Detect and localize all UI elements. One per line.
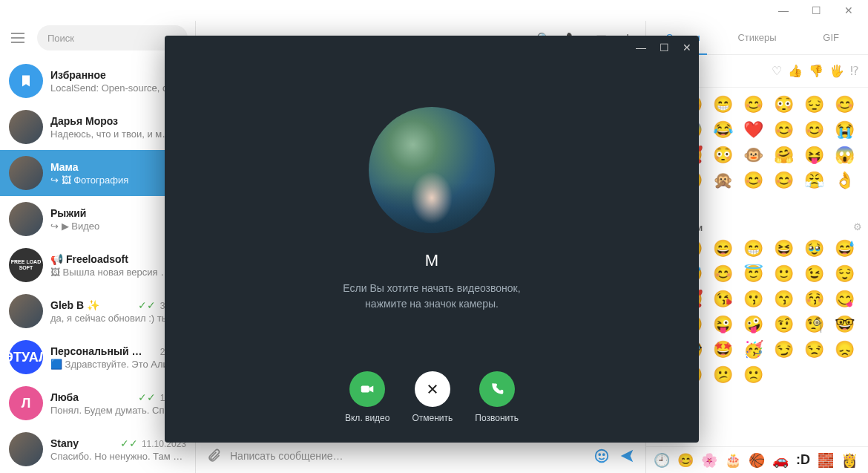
- window-maximize-button[interactable]: ☐: [801, 2, 831, 19]
- reaction-questionmark-icon[interactable]: ⁉: [850, 64, 859, 78]
- emoji-item[interactable]: 😆: [774, 239, 794, 258]
- emoji-item[interactable]: 😱: [835, 146, 855, 165]
- video-icon: [349, 371, 385, 407]
- tab-gif[interactable]: GIF: [794, 21, 868, 54]
- emoji-item[interactable]: 😅: [835, 239, 855, 258]
- emoji-item[interactable]: 😗: [743, 290, 763, 309]
- emoji-item[interactable]: 😚: [804, 290, 824, 309]
- emoji-item[interactable]: 😊: [804, 120, 824, 140]
- chat-item-preview: Спасибо. Но ненужно. Там н…: [50, 451, 186, 462]
- emoji-item[interactable]: ❤️: [743, 120, 763, 140]
- emoji-item[interactable]: 😜: [713, 315, 733, 334]
- emoji-item[interactable]: 😞: [835, 340, 855, 359]
- reaction-wave-icon[interactable]: 🖐: [829, 64, 844, 78]
- emoji-item[interactable]: 🙁: [743, 365, 763, 385]
- emoji-item[interactable]: 😋: [835, 290, 855, 309]
- call-contact-name: М: [425, 251, 438, 270]
- chat-item-name: Мама: [50, 161, 79, 173]
- emoji-item[interactable]: 😁: [743, 239, 763, 258]
- emoji-item[interactable]: 🤨: [774, 315, 794, 334]
- call-hint: Если Вы хотите начать видеозвонок, нажми…: [343, 281, 520, 312]
- emoji-item[interactable]: 🤓: [835, 315, 855, 334]
- emoji-item[interactable]: 😊: [713, 264, 733, 284]
- emoji-item[interactable]: 🤪: [743, 315, 763, 334]
- emoji-item[interactable]: 😊: [835, 95, 855, 114]
- reaction-heart-icon[interactable]: ♡: [772, 64, 782, 78]
- window-minimize-button[interactable]: —: [769, 2, 798, 19]
- chat-item-name: Дарья Мороз: [50, 115, 118, 127]
- emoji-item[interactable]: 😔: [804, 95, 824, 114]
- chat-item-name: Рыжий: [50, 207, 86, 219]
- emoji-item[interactable]: 😌: [835, 264, 855, 284]
- svg-rect-3: [361, 385, 369, 392]
- flags-category-icon[interactable]: 👸: [841, 452, 858, 469]
- recent-category-icon[interactable]: 🕘: [654, 452, 670, 469]
- emoji-category-bar: 🕘 😊 🌸 🎂 🏀 🚗 :D 🧱 👸: [646, 446, 868, 473]
- send-button[interactable]: [619, 448, 635, 464]
- start-call-button[interactable]: Позвонить: [475, 371, 519, 423]
- avatar: [9, 156, 43, 190]
- chat-item-name: Люба: [50, 391, 79, 403]
- emoji-item[interactable]: 🐵: [743, 146, 763, 165]
- avatar: [9, 202, 43, 236]
- window-close-button[interactable]: ✕: [834, 2, 864, 19]
- emoji-item[interactable]: 🥳: [743, 340, 763, 359]
- emoji-item[interactable]: 😳: [774, 95, 794, 114]
- avatar: [9, 110, 43, 144]
- emoji-item[interactable]: 😊: [774, 171, 794, 190]
- emoji-item[interactable]: 😄: [713, 239, 733, 258]
- emoji-item[interactable]: 😭: [835, 120, 855, 140]
- emoji-item[interactable]: 😒: [804, 340, 824, 359]
- call-avatar: [369, 107, 495, 233]
- food-category-icon[interactable]: 🎂: [725, 452, 741, 469]
- emoji-item[interactable]: 😉: [804, 264, 824, 284]
- activity-category-icon[interactable]: 🏀: [749, 452, 765, 469]
- emoji-button[interactable]: [594, 448, 610, 464]
- emoji-item[interactable]: 😕: [713, 365, 733, 385]
- chat-item-name: Избранное: [50, 69, 106, 81]
- emoji-item[interactable]: 😊: [743, 95, 763, 114]
- chat-item-name: Stany: [50, 437, 79, 449]
- symbols-category-icon[interactable]: :D: [796, 452, 810, 468]
- emoji-item[interactable]: 😏: [774, 340, 794, 359]
- emoji-item[interactable]: 😁: [713, 95, 733, 114]
- message-input[interactable]: Написать сообщение…: [230, 450, 585, 462]
- settings-icon[interactable]: ⚙: [853, 221, 862, 232]
- reaction-thumbsdown-icon[interactable]: 👎: [809, 64, 823, 78]
- emoji-item[interactable]: 😝: [804, 146, 824, 165]
- emoji-item[interactable]: 😳: [713, 146, 733, 165]
- objects-category-icon[interactable]: 🧱: [818, 452, 834, 469]
- emoji-item[interactable]: 🧐: [804, 315, 824, 334]
- travel-category-icon[interactable]: 🚗: [772, 452, 789, 469]
- cancel-call-button[interactable]: Отменить: [412, 371, 453, 423]
- emoji-item[interactable]: 😇: [743, 264, 763, 284]
- emoji-item[interactable]: 😤: [804, 171, 824, 190]
- tab-stickers[interactable]: Стикеры: [720, 21, 795, 54]
- svg-point-1: [599, 454, 600, 455]
- emoji-item[interactable]: 😘: [713, 290, 733, 309]
- nature-category-icon[interactable]: 🌸: [701, 452, 717, 469]
- avatar: [9, 432, 43, 466]
- emoji-item[interactable]: 🥹: [804, 239, 824, 258]
- attach-icon[interactable]: [206, 448, 221, 463]
- emoji-item[interactable]: 🙊: [713, 171, 733, 190]
- emoji-item[interactable]: 🙂: [774, 264, 794, 284]
- emoji-item[interactable]: 🤩: [713, 340, 733, 359]
- avatar: [9, 64, 43, 98]
- reaction-thumbsup-icon[interactable]: 👍: [788, 64, 803, 78]
- people-category-icon[interactable]: 😊: [677, 452, 694, 469]
- call-close-button[interactable]: ✕: [683, 42, 691, 53]
- emoji-item[interactable]: 😊: [774, 120, 794, 140]
- emoji-item[interactable]: 😙: [774, 290, 794, 309]
- enable-video-button[interactable]: Вкл. видео: [345, 371, 390, 423]
- emoji-item[interactable]: 😂: [713, 120, 733, 140]
- emoji-item[interactable]: 🤗: [774, 146, 794, 165]
- call-minimize-button[interactable]: —: [636, 42, 646, 53]
- call-maximize-button[interactable]: ☐: [660, 42, 669, 53]
- menu-button[interactable]: [7, 27, 28, 48]
- emoji-item[interactable]: 😊: [743, 171, 763, 190]
- chat-item-name: Gleb B ✨: [50, 299, 99, 311]
- call-overlay: — ☐ ✕ М Если Вы хотите начать видеозвоно…: [165, 36, 699, 443]
- svg-point-2: [603, 454, 605, 455]
- emoji-item[interactable]: 👌: [835, 171, 855, 190]
